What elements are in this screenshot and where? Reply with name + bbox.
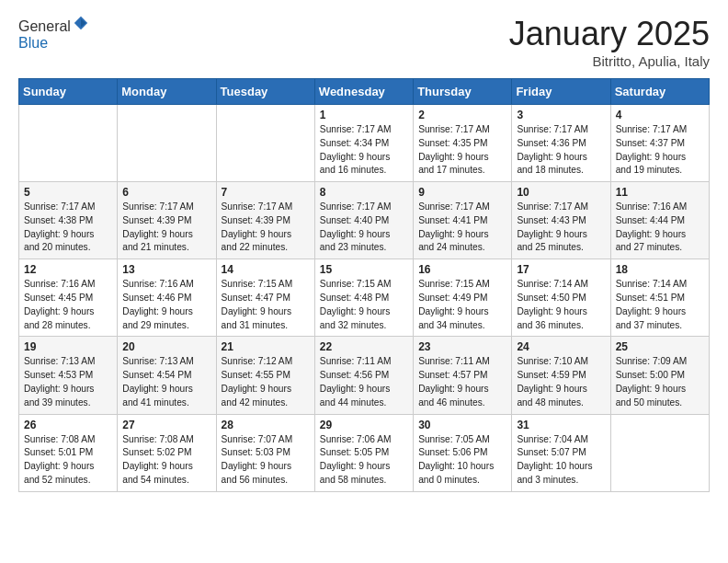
day-info: Sunrise: 7:17 AM Sunset: 4:43 PM Dayligh…: [517, 201, 605, 255]
day-cell: 1Sunrise: 7:17 AM Sunset: 4:34 PM Daylig…: [314, 105, 413, 182]
day-cell: [216, 105, 314, 182]
day-info: Sunrise: 7:11 AM Sunset: 4:56 PM Dayligh…: [320, 355, 408, 409]
day-number: 21: [222, 340, 310, 353]
day-info: Sunrise: 7:08 AM Sunset: 5:01 PM Dayligh…: [24, 433, 112, 488]
day-number: 28: [222, 419, 310, 431]
day-number: 8: [320, 186, 408, 199]
day-number: 30: [418, 419, 506, 431]
day-info: Sunrise: 7:04 AM Sunset: 5:07 PM Dayligh…: [517, 433, 605, 488]
day-number: 17: [517, 263, 605, 276]
day-cell: 10Sunrise: 7:17 AM Sunset: 4:43 PM Dayli…: [512, 182, 610, 259]
day-cell: 17Sunrise: 7:14 AM Sunset: 4:50 PM Dayli…: [512, 259, 610, 337]
day-info: Sunrise: 7:13 AM Sunset: 4:54 PM Dayligh…: [122, 355, 210, 409]
day-number: 11: [616, 186, 704, 199]
week-row-2: 5Sunrise: 7:17 AM Sunset: 4:38 PM Daylig…: [19, 182, 710, 259]
day-info: Sunrise: 7:17 AM Sunset: 4:36 PM Dayligh…: [517, 123, 605, 178]
day-number: 7: [222, 186, 310, 199]
day-number: 29: [320, 419, 408, 431]
day-number: 1: [320, 109, 408, 121]
day-info: Sunrise: 7:17 AM Sunset: 4:39 PM Dayligh…: [122, 201, 210, 255]
header: General Blue January 2025 Bitritto, Apul…: [18, 15, 710, 69]
day-number: 25: [616, 340, 704, 353]
day-info: Sunrise: 7:17 AM Sunset: 4:35 PM Dayligh…: [418, 123, 506, 178]
day-info: Sunrise: 7:13 AM Sunset: 4:53 PM Dayligh…: [24, 355, 112, 409]
day-cell: 31Sunrise: 7:04 AM Sunset: 5:07 PM Dayli…: [512, 414, 610, 491]
day-cell: 8Sunrise: 7:17 AM Sunset: 4:40 PM Daylig…: [314, 182, 413, 259]
day-cell: 21Sunrise: 7:12 AM Sunset: 4:55 PM Dayli…: [216, 337, 314, 414]
day-cell: [610, 414, 709, 491]
day-number: 24: [517, 340, 605, 353]
day-info: Sunrise: 7:17 AM Sunset: 4:37 PM Dayligh…: [616, 123, 704, 178]
day-cell: 23Sunrise: 7:11 AM Sunset: 4:57 PM Dayli…: [414, 337, 512, 414]
day-cell: 25Sunrise: 7:09 AM Sunset: 5:00 PM Dayli…: [610, 337, 709, 414]
day-cell: 18Sunrise: 7:14 AM Sunset: 4:51 PM Dayli…: [610, 259, 709, 337]
day-number: 23: [418, 340, 506, 353]
day-cell: 9Sunrise: 7:17 AM Sunset: 4:41 PM Daylig…: [414, 182, 512, 259]
day-info: Sunrise: 7:07 AM Sunset: 5:03 PM Dayligh…: [222, 433, 310, 488]
day-cell: 20Sunrise: 7:13 AM Sunset: 4:54 PM Dayli…: [118, 337, 216, 414]
day-cell: 2Sunrise: 7:17 AM Sunset: 4:35 PM Daylig…: [414, 105, 512, 182]
day-number: 4: [616, 109, 704, 121]
header-monday: Monday: [118, 79, 216, 105]
day-cell: 16Sunrise: 7:15 AM Sunset: 4:49 PM Dayli…: [414, 259, 512, 337]
page: General Blue January 2025 Bitritto, Apul…: [0, 0, 728, 507]
day-cell: 22Sunrise: 7:11 AM Sunset: 4:56 PM Dayli…: [314, 337, 413, 414]
day-number: 15: [320, 263, 408, 276]
day-info: Sunrise: 7:16 AM Sunset: 4:44 PM Dayligh…: [616, 201, 704, 255]
day-info: Sunrise: 7:12 AM Sunset: 4:55 PM Dayligh…: [222, 355, 310, 409]
week-row-5: 26Sunrise: 7:08 AM Sunset: 5:01 PM Dayli…: [19, 414, 710, 491]
day-info: Sunrise: 7:10 AM Sunset: 4:59 PM Dayligh…: [517, 355, 605, 409]
day-cell: 29Sunrise: 7:06 AM Sunset: 5:05 PM Dayli…: [314, 414, 413, 491]
day-info: Sunrise: 7:14 AM Sunset: 4:51 PM Dayligh…: [616, 278, 704, 332]
day-info: Sunrise: 7:17 AM Sunset: 4:38 PM Dayligh…: [24, 201, 112, 255]
week-row-4: 19Sunrise: 7:13 AM Sunset: 4:53 PM Dayli…: [19, 337, 710, 414]
location: Bitritto, Apulia, Italy: [509, 53, 710, 69]
day-info: Sunrise: 7:17 AM Sunset: 4:39 PM Dayligh…: [222, 201, 310, 255]
day-info: Sunrise: 7:11 AM Sunset: 4:57 PM Dayligh…: [418, 355, 506, 409]
day-cell: [19, 105, 118, 182]
title-block: January 2025 Bitritto, Apulia, Italy: [509, 15, 710, 69]
day-number: 10: [517, 186, 605, 199]
day-info: Sunrise: 7:15 AM Sunset: 4:47 PM Dayligh…: [222, 278, 310, 332]
day-number: 13: [122, 263, 210, 276]
day-number: 19: [24, 340, 112, 353]
header-friday: Friday: [512, 79, 610, 105]
day-number: 3: [517, 109, 605, 121]
header-sunday: Sunday: [19, 79, 118, 105]
day-cell: 15Sunrise: 7:15 AM Sunset: 4:48 PM Dayli…: [314, 259, 413, 337]
day-cell: 5Sunrise: 7:17 AM Sunset: 4:38 PM Daylig…: [19, 182, 118, 259]
day-info: Sunrise: 7:16 AM Sunset: 4:45 PM Dayligh…: [24, 278, 112, 332]
logo-general-text: General: [18, 18, 71, 34]
day-cell: 14Sunrise: 7:15 AM Sunset: 4:47 PM Dayli…: [216, 259, 314, 337]
logo-blue-text: Blue: [18, 35, 48, 51]
day-info: Sunrise: 7:17 AM Sunset: 4:34 PM Dayligh…: [320, 123, 408, 178]
day-info: Sunrise: 7:14 AM Sunset: 4:50 PM Dayligh…: [517, 278, 605, 332]
day-cell: 11Sunrise: 7:16 AM Sunset: 4:44 PM Dayli…: [610, 182, 709, 259]
header-tuesday: Tuesday: [216, 79, 314, 105]
logo-icon: [73, 15, 89, 31]
day-info: Sunrise: 7:09 AM Sunset: 5:00 PM Dayligh…: [616, 355, 704, 409]
day-number: 26: [24, 419, 112, 431]
day-cell: 7Sunrise: 7:17 AM Sunset: 4:39 PM Daylig…: [216, 182, 314, 259]
day-cell: 6Sunrise: 7:17 AM Sunset: 4:39 PM Daylig…: [118, 182, 216, 259]
day-info: Sunrise: 7:17 AM Sunset: 4:41 PM Dayligh…: [418, 201, 506, 255]
day-cell: 4Sunrise: 7:17 AM Sunset: 4:37 PM Daylig…: [610, 105, 709, 182]
header-saturday: Saturday: [610, 79, 709, 105]
calendar-table: Sunday Monday Tuesday Wednesday Thursday…: [18, 78, 710, 492]
day-number: 22: [320, 340, 408, 353]
day-info: Sunrise: 7:16 AM Sunset: 4:46 PM Dayligh…: [122, 278, 210, 332]
day-number: 14: [222, 263, 310, 276]
week-row-3: 12Sunrise: 7:16 AM Sunset: 4:45 PM Dayli…: [19, 259, 710, 337]
weekday-header-row: Sunday Monday Tuesday Wednesday Thursday…: [19, 79, 710, 105]
day-cell: 28Sunrise: 7:07 AM Sunset: 5:03 PM Dayli…: [216, 414, 314, 491]
header-wednesday: Wednesday: [314, 79, 413, 105]
logo: General Blue: [18, 15, 89, 52]
day-info: Sunrise: 7:15 AM Sunset: 4:49 PM Dayligh…: [418, 278, 506, 332]
day-cell: 26Sunrise: 7:08 AM Sunset: 5:01 PM Dayli…: [19, 414, 118, 491]
day-cell: 30Sunrise: 7:05 AM Sunset: 5:06 PM Dayli…: [414, 414, 512, 491]
day-info: Sunrise: 7:06 AM Sunset: 5:05 PM Dayligh…: [320, 433, 408, 488]
day-info: Sunrise: 7:15 AM Sunset: 4:48 PM Dayligh…: [320, 278, 408, 332]
day-cell: 13Sunrise: 7:16 AM Sunset: 4:46 PM Dayli…: [118, 259, 216, 337]
day-cell: 24Sunrise: 7:10 AM Sunset: 4:59 PM Dayli…: [512, 337, 610, 414]
day-info: Sunrise: 7:05 AM Sunset: 5:06 PM Dayligh…: [418, 433, 506, 488]
